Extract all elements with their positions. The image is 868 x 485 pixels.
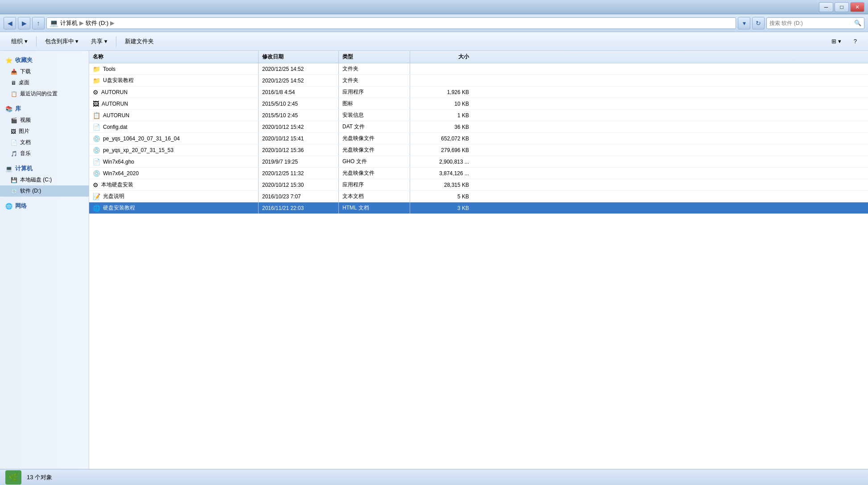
sidebar-header-computer[interactable]: 💻计算机 xyxy=(0,163,89,174)
file-name-cell: 💿 pe_yqs_xp_20_07_31_15_53 xyxy=(89,144,259,156)
sidebar-item-music[interactable]: 🎵音乐 xyxy=(0,148,89,159)
toolbar-divider-2 xyxy=(116,36,116,47)
file-size-cell: 279,696 KB xyxy=(410,144,473,156)
include-library-button[interactable]: 包含到库中 ▾ xyxy=(39,34,85,49)
table-row[interactable]: 📁 Tools 2020/12/25 14:52 文件夹 xyxy=(89,63,868,75)
toolbar-divider xyxy=(36,36,37,47)
video-icon: 🎬 xyxy=(11,117,17,123)
file-date-cell: 2019/9/7 19:25 xyxy=(259,156,339,167)
table-row[interactable]: 💿 pe_yqs_xp_20_07_31_15_53 2020/10/12 15… xyxy=(89,144,868,156)
forward-button[interactable]: ▶ xyxy=(18,17,30,29)
organize-button[interactable]: 组织 ▾ xyxy=(5,34,33,49)
sidebar-item-label: 音乐 xyxy=(20,150,31,157)
sidebar-section-label: 库 xyxy=(15,105,21,113)
sidebar-item-recent[interactable]: 📋最近访问的位置 xyxy=(0,88,89,99)
path-sep1: ▶ xyxy=(79,20,84,26)
file-name-label: AUTORUN xyxy=(103,112,129,119)
table-row[interactable]: 📄 Config.dat 2020/10/12 15:42 DAT 文件 36 … xyxy=(89,121,868,133)
file-size-cell: 652,072 KB xyxy=(410,133,473,144)
sidebar-item-desktop[interactable]: 🖥桌面 xyxy=(0,77,89,88)
file-name-label: pe_yqs_1064_20_07_31_16_04 xyxy=(103,136,180,142)
address-path[interactable]: 💻 计算机 ▶ 软件 (D:) ▶ xyxy=(46,17,736,29)
up-button[interactable]: ↑ xyxy=(32,17,45,29)
search-input[interactable] xyxy=(769,20,852,26)
sidebar-section-computer: 💻计算机💾本地磁盘 (C:)💿软件 (D:) xyxy=(0,163,89,197)
col-header-date[interactable]: 修改日期 xyxy=(259,51,339,63)
status-text: 13 个对象 xyxy=(27,473,52,481)
minimize-button[interactable]: ─ xyxy=(819,2,833,12)
col-header-type[interactable]: 类型 xyxy=(339,51,410,63)
file-size-cell: 36 KB xyxy=(410,121,473,132)
file-icon: 📋 xyxy=(93,112,100,119)
sidebar-header-favorites[interactable]: ⭐收藏夹 xyxy=(0,54,89,66)
favorites-icon: ⭐ xyxy=(5,57,12,64)
table-row[interactable]: 📄 Win7x64.gho 2019/9/7 19:25 GHO 文件 2,90… xyxy=(89,156,868,168)
file-name-label: AUTORUN xyxy=(101,89,128,95)
sidebar-item-pictures[interactable]: 🖼图片 xyxy=(0,126,89,137)
sidebar-item-label: 图片 xyxy=(19,127,29,135)
file-type-cell: 文件夹 xyxy=(339,75,410,86)
table-row[interactable]: 📁 U盘安装教程 2020/12/25 14:52 文件夹 xyxy=(89,75,868,86)
sidebar-item-label: 下载 xyxy=(20,68,31,75)
file-name-label: Win7x64_2020 xyxy=(103,170,139,177)
sidebar-section-label: 网络 xyxy=(15,202,27,210)
file-size-cell: 3 KB xyxy=(410,202,473,214)
network-icon: 🌐 xyxy=(5,203,12,210)
sidebar-item-local_c[interactable]: 💾本地磁盘 (C:) xyxy=(0,174,89,185)
sidebar-section-favorites: ⭐收藏夹📥下载🖥桌面📋最近访问的位置 xyxy=(0,54,89,99)
file-date-cell: 2016/10/23 7:07 xyxy=(259,191,339,202)
table-row[interactable]: 💿 pe_yqs_1064_20_07_31_16_04 2020/10/12 … xyxy=(89,133,868,144)
sidebar-item-label: 视频 xyxy=(20,116,31,124)
search-box[interactable]: 🔍 xyxy=(766,17,864,29)
table-row[interactable]: ⚙ AUTORUN 2016/1/8 4:54 应用程序 1,926 KB xyxy=(89,86,868,98)
maximize-button[interactable]: □ xyxy=(835,2,849,12)
close-button[interactable]: ✕ xyxy=(850,2,864,12)
file-date-cell: 2020/12/25 14:52 xyxy=(259,75,339,86)
local_c-icon: 💾 xyxy=(11,177,17,183)
main-layout: ⭐收藏夹📥下载🖥桌面📋最近访问的位置📚库🎬视频🖼图片📄文档🎵音乐💻计算机💾本地磁… xyxy=(0,51,868,469)
table-row[interactable]: 🌐 硬盘安装教程 2016/11/21 22:03 HTML 文档 3 KB xyxy=(89,202,868,214)
file-name-cell: ⚙ 本地硬盘安装 xyxy=(89,179,259,190)
file-name-label: AUTORUN xyxy=(102,101,128,107)
sidebar-item-documents[interactable]: 📄文档 xyxy=(0,137,89,148)
file-name-label: Tools xyxy=(103,66,115,72)
table-row[interactable]: 📝 光盘说明 2016/10/23 7:07 文本文档 5 KB xyxy=(89,191,868,202)
table-row[interactable]: 🖼 AUTORUN 2015/5/10 2:45 图标 10 KB xyxy=(89,98,868,110)
dropdown-button[interactable]: ▾ xyxy=(738,17,750,29)
table-row[interactable]: ⚙ 本地硬盘安装 2020/10/12 15:30 应用程序 28,315 KB xyxy=(89,179,868,191)
file-type-cell: GHO 文件 xyxy=(339,156,410,167)
file-size-cell xyxy=(410,63,473,74)
file-date-cell: 2020/10/12 15:36 xyxy=(259,144,339,156)
table-row[interactable]: 💿 Win7x64_2020 2020/12/25 11:32 光盘映像文件 3… xyxy=(89,168,868,179)
help-button[interactable]: ? xyxy=(848,34,863,49)
status-logo: 🌿 xyxy=(5,470,21,485)
file-name-cell: ⚙ AUTORUN xyxy=(89,86,259,98)
file-name-label: 本地硬盘安装 xyxy=(101,181,133,189)
sidebar-item-label: 软件 (D:) xyxy=(20,187,41,195)
sidebar-header-network[interactable]: 🌐网络 xyxy=(0,200,89,212)
back-button[interactable]: ◀ xyxy=(4,17,16,29)
sidebar-item-label: 桌面 xyxy=(19,79,29,86)
share-button[interactable]: 共享 ▾ xyxy=(85,34,113,49)
file-type-cell: 光盘映像文件 xyxy=(339,168,410,179)
file-icon: 🖼 xyxy=(93,100,99,107)
views-button[interactable]: ⊞ ▾ xyxy=(826,34,847,49)
file-name-label: 硬盘安装教程 xyxy=(103,204,135,212)
file-icon: 💿 xyxy=(93,170,100,177)
file-icon: ⚙ xyxy=(93,89,99,96)
sidebar-item-soft_d[interactable]: 💿软件 (D:) xyxy=(0,185,89,197)
sidebar-item-downloads[interactable]: 📥下载 xyxy=(0,66,89,77)
pictures-icon: 🖼 xyxy=(11,128,16,135)
file-name-label: U盘安装教程 xyxy=(103,77,134,84)
table-row[interactable]: 📋 AUTORUN 2015/5/10 2:45 安装信息 1 KB xyxy=(89,110,868,121)
col-header-name[interactable]: 名称 xyxy=(89,51,259,63)
sidebar-header-library[interactable]: 📚库 xyxy=(0,103,89,115)
sidebar-section-label: 收藏夹 xyxy=(15,56,33,64)
refresh-button[interactable]: ↻ xyxy=(752,17,765,29)
file-date-cell: 2016/11/21 22:03 xyxy=(259,202,339,214)
sidebar-item-video[interactable]: 🎬视频 xyxy=(0,115,89,126)
file-date-cell: 2020/10/12 15:42 xyxy=(259,121,339,132)
new-folder-button[interactable]: 新建文件夹 xyxy=(119,34,160,49)
file-type-cell: 光盘映像文件 xyxy=(339,144,410,156)
col-header-size[interactable]: 大小 xyxy=(410,51,473,63)
